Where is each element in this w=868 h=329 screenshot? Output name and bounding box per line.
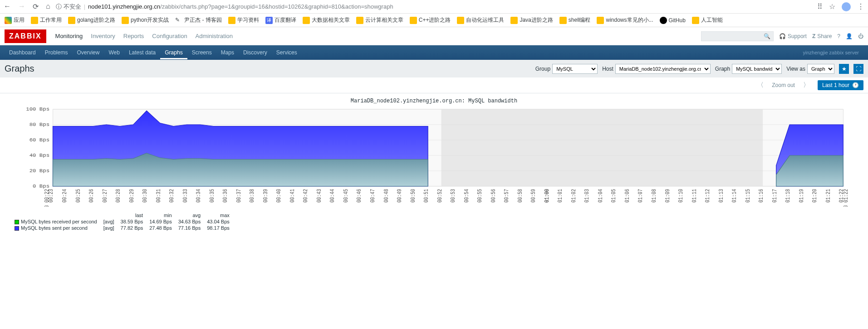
bookmarks-bar: 应用工作常用golang进阶之路python开发实战✎尹正杰 - 博客园学习资料… bbox=[0, 14, 868, 27]
svg-text:00:41: 00:41 bbox=[289, 189, 295, 203]
subnav-services[interactable]: Services bbox=[272, 46, 302, 59]
bookmark-item[interactable]: shell编程 bbox=[559, 16, 591, 24]
favorite-button[interactable]: ★ bbox=[839, 64, 849, 74]
subnav-dashboard[interactable]: Dashboard bbox=[5, 46, 40, 59]
bookmark-item[interactable]: 译百度翻译 bbox=[265, 16, 296, 24]
fullscreen-button[interactable]: ⛶ bbox=[853, 64, 863, 74]
address-bar[interactable]: ⓘ 不安全 | node101.yinzhengjie.org.cn/zabbi… bbox=[56, 3, 812, 11]
bookmark-item[interactable]: ✎尹正杰 - 博客园 bbox=[175, 16, 222, 24]
forward-icon[interactable]: → bbox=[18, 2, 25, 11]
svg-text:01:17: 01:17 bbox=[772, 189, 778, 203]
group-label: Group bbox=[535, 66, 550, 72]
svg-text:00:52: 00:52 bbox=[437, 189, 443, 203]
help-icon[interactable]: ? bbox=[837, 33, 840, 39]
svg-text:01:15: 01:15 bbox=[745, 189, 751, 203]
bookmark-icon bbox=[68, 17, 75, 24]
chart-container: MariaDB_node102.yinzhengjie.org.cn: MySQ… bbox=[5, 93, 863, 241]
svg-text:00:47: 00:47 bbox=[370, 189, 376, 203]
profile-avatar[interactable] bbox=[842, 2, 851, 11]
bookmark-item[interactable]: 工作常用 bbox=[31, 16, 62, 24]
subnav-discovery[interactable]: Discovery bbox=[239, 46, 272, 59]
time-next-icon[interactable]: 〉 bbox=[800, 81, 812, 89]
svg-text:00:40: 00:40 bbox=[276, 189, 282, 203]
svg-text:01:16: 01:16 bbox=[758, 189, 764, 203]
bookmark-icon bbox=[559, 17, 567, 24]
svg-text:00:42: 00:42 bbox=[303, 189, 309, 203]
svg-text:01:12: 01:12 bbox=[705, 189, 711, 203]
insecure-label: 不安全 bbox=[64, 3, 81, 11]
bookmark-item[interactable]: 大数据相关文章 bbox=[303, 16, 350, 24]
bookmark-item[interactable]: GitHub bbox=[660, 17, 686, 24]
bookmark-item[interactable]: C++进阶之路 bbox=[410, 16, 451, 24]
menu-icon[interactable]: ⋮ bbox=[857, 2, 864, 11]
time-prev-icon[interactable]: 〈 bbox=[755, 81, 766, 89]
group-select[interactable]: MySQL bbox=[552, 64, 598, 74]
bookmark-label: windows常见的小... bbox=[606, 16, 653, 24]
subnav-graphs[interactable]: Graphs bbox=[160, 46, 187, 59]
subnav-screens[interactable]: Screens bbox=[187, 46, 216, 59]
host-select[interactable]: MariaDB_node102.yinzhengjie.org.cn bbox=[615, 64, 711, 74]
bookmark-item[interactable]: 自动化运维工具 bbox=[457, 16, 504, 24]
subnav-latest-data[interactable]: Latest data bbox=[124, 46, 160, 59]
svg-text:00:37: 00:37 bbox=[236, 189, 242, 203]
bookmark-icon bbox=[692, 17, 699, 24]
svg-text:00:56: 00:56 bbox=[490, 189, 496, 203]
url-path: /zabbix/charts.php?page=1&groupid=16&hos… bbox=[160, 3, 393, 10]
subnav-overview[interactable]: Overview bbox=[72, 46, 104, 59]
search-icon: 🔍 bbox=[764, 33, 770, 39]
chart-title: MariaDB_node102.yinzhengjie.org.cn: MySQ… bbox=[5, 98, 863, 104]
svg-text:00:45: 00:45 bbox=[343, 189, 349, 203]
svg-text:40 Bps: 40 Bps bbox=[29, 153, 49, 158]
subnav-problems[interactable]: Problems bbox=[40, 46, 73, 59]
translate-icon[interactable]: ⠿ bbox=[817, 2, 823, 11]
bookmark-item[interactable]: 人工智能 bbox=[692, 16, 723, 24]
svg-text:01:19: 01:19 bbox=[799, 189, 804, 203]
menu-administration[interactable]: Administration bbox=[196, 33, 233, 39]
subnav-maps[interactable]: Maps bbox=[216, 46, 239, 59]
reload-icon[interactable]: ⟳ bbox=[33, 2, 39, 11]
menu-reports[interactable]: Reports bbox=[123, 33, 144, 39]
logout-icon[interactable]: ⏻ bbox=[858, 33, 863, 39]
bookmark-label: 云计算相关文章 bbox=[365, 16, 403, 24]
bookmark-label: GitHub bbox=[669, 17, 686, 24]
svg-text:00:27: 00:27 bbox=[102, 189, 108, 203]
search-input[interactable]: 🔍 bbox=[701, 31, 774, 41]
menu-inventory[interactable]: Inventory bbox=[91, 33, 115, 39]
bookmark-label: 自动化运维工具 bbox=[466, 16, 504, 24]
zabbix-logo[interactable]: ZABBIX bbox=[5, 29, 46, 43]
bookmark-item[interactable]: Java进阶之路 bbox=[510, 16, 553, 24]
menu-monitoring[interactable]: Monitoring bbox=[55, 33, 83, 39]
bookmark-icon bbox=[5, 17, 12, 24]
bookmark-label: 大数据相关文章 bbox=[312, 16, 350, 24]
graph-select[interactable]: MySQL bandwidth bbox=[732, 64, 782, 74]
subnav-web[interactable]: Web bbox=[104, 46, 124, 59]
zoom-out-button[interactable]: Zoom out bbox=[772, 82, 795, 88]
bookmark-label: 百度翻译 bbox=[275, 16, 296, 24]
bookmark-item[interactable]: 学习资料 bbox=[228, 16, 259, 24]
svg-text:01:02: 01:02 bbox=[571, 189, 577, 203]
bookmark-item[interactable]: 云计算相关文章 bbox=[356, 16, 403, 24]
svg-text:00:38: 00:38 bbox=[249, 189, 255, 203]
svg-text:00:28: 00:28 bbox=[115, 189, 121, 203]
bookmark-item[interactable]: golang进阶之路 bbox=[68, 16, 115, 24]
svg-text:20 Bps: 20 Bps bbox=[29, 169, 49, 174]
chart-svg: 0 Bps20 Bps40 Bps60 Bps80 Bps100 Bps 00:… bbox=[14, 107, 854, 207]
home-icon[interactable]: ⌂ bbox=[46, 2, 50, 11]
menu-configuration[interactable]: Configuration bbox=[152, 33, 187, 39]
bookmark-item[interactable]: python开发实战 bbox=[122, 16, 169, 24]
svg-text:02-20 01:22: 02-20 01:22 bbox=[843, 189, 849, 207]
svg-text:00:53: 00:53 bbox=[450, 189, 456, 203]
svg-text:01:03: 01:03 bbox=[584, 189, 590, 203]
bookmark-item[interactable]: 应用 bbox=[5, 16, 25, 24]
svg-text:00:39: 00:39 bbox=[263, 189, 269, 203]
viewas-select[interactable]: Graph bbox=[807, 64, 834, 74]
support-link[interactable]: 🎧 Support bbox=[779, 33, 807, 39]
user-icon[interactable]: 👤 bbox=[846, 33, 853, 39]
back-icon[interactable]: ← bbox=[4, 2, 11, 11]
star-icon[interactable]: ☆ bbox=[829, 2, 835, 11]
bookmark-item[interactable]: windows常见的小... bbox=[597, 16, 653, 24]
share-link[interactable]: Z Share bbox=[812, 33, 832, 39]
time-range-button[interactable]: Last 1 hour 🕐 bbox=[818, 80, 863, 90]
bookmark-icon bbox=[356, 17, 363, 24]
bookmark-label: C++进阶之路 bbox=[419, 16, 451, 24]
